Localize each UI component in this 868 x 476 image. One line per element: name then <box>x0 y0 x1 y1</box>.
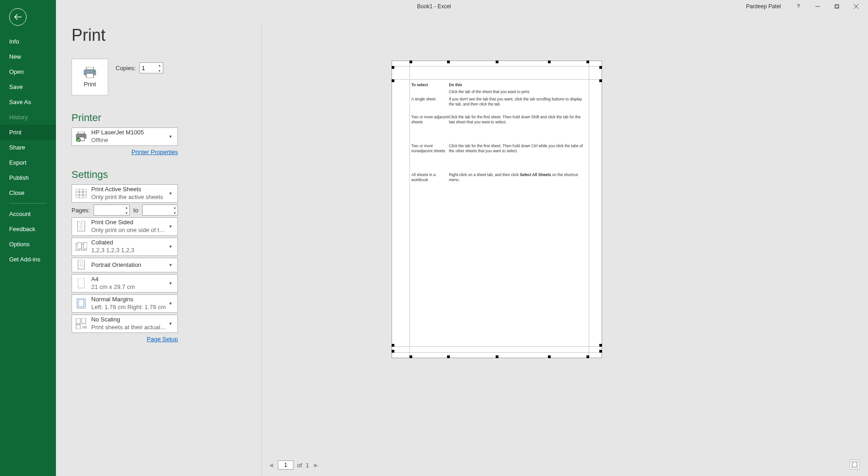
margin-handle[interactable] <box>409 355 412 358</box>
sidebar-item-publish[interactable]: Publish <box>0 170 56 185</box>
portrait-icon <box>75 259 88 271</box>
back-button[interactable] <box>9 8 27 26</box>
margins-dropdown[interactable]: Normal MarginsLeft: 1.78 cm Right: 1.78 … <box>72 294 178 313</box>
svg-text:100: 100 <box>82 326 87 329</box>
printer-icon <box>83 67 97 78</box>
copies-input[interactable] <box>140 65 156 72</box>
sidebar-item-info[interactable]: Info <box>0 34 56 49</box>
titlebar: Book1 - Excel Pardeep Patel ? <box>0 0 868 13</box>
sidebar-item-open[interactable]: Open <box>0 64 56 79</box>
sidebar-item-export[interactable]: Export <box>0 155 56 170</box>
print-what-dropdown[interactable]: Print Active SheetsOnly print the active… <box>72 184 178 203</box>
margin-handle[interactable] <box>586 355 589 358</box>
margin-handle[interactable] <box>392 66 394 69</box>
main-area: Print Print Copies: ▲▼ P <box>56 13 868 476</box>
svg-rect-14 <box>76 189 87 198</box>
page-navigator: ◀ of 1 ▶ <box>268 460 319 470</box>
svg-rect-27 <box>83 243 87 249</box>
sidebar-item-save[interactable]: Save <box>0 79 56 94</box>
scaling-dropdown[interactable]: 100 No ScalingPrint sheets at their actu… <box>72 315 178 333</box>
sidebar-item-feedback[interactable]: Feedback <box>0 221 56 237</box>
sidebar-item-get-addins[interactable]: Get Add-ins <box>0 252 56 267</box>
pages-from-input[interactable] <box>94 207 124 214</box>
paper-size-dropdown[interactable]: A421 cm x 29.7 cm ▼ <box>72 274 178 293</box>
margin-handle[interactable] <box>599 350 602 353</box>
prev-page-button[interactable]: ◀ <box>268 462 274 468</box>
margin-guide[interactable] <box>392 66 602 66</box>
scaling-icon: 100 <box>75 317 88 330</box>
show-margins-button[interactable] <box>850 459 860 470</box>
page-setup-link[interactable]: Page Setup <box>147 336 178 343</box>
svg-rect-36 <box>82 318 86 324</box>
svg-rect-19 <box>77 221 85 231</box>
chevron-down-icon: ▼ <box>166 321 175 326</box>
copies-spin-up[interactable]: ▲ <box>156 62 163 68</box>
svg-rect-2 <box>835 4 839 8</box>
restore-button[interactable] <box>828 0 846 13</box>
sidebar-item-new[interactable]: New <box>0 49 56 64</box>
minimize-button[interactable] <box>808 0 827 13</box>
margin-handle[interactable] <box>586 61 589 63</box>
svg-rect-25 <box>77 243 82 249</box>
margin-handle[interactable] <box>447 355 450 358</box>
margin-handle[interactable] <box>496 355 498 358</box>
sidebar-item-print[interactable]: Print <box>0 125 56 140</box>
margin-handle[interactable] <box>548 355 551 358</box>
sheets-icon <box>75 187 88 200</box>
pages-to-input[interactable] <box>143 207 172 214</box>
sides-dropdown[interactable]: Print One SidedOnly print on one side of… <box>72 217 178 236</box>
margin-handle[interactable] <box>599 344 602 347</box>
sidebar-item-save-as[interactable]: Save As <box>0 94 56 110</box>
copies-spin-down[interactable]: ▼ <box>156 68 163 73</box>
margins-toggle-icon <box>851 461 858 468</box>
svg-rect-10 <box>78 132 84 134</box>
sidebar-item-account[interactable]: Account <box>0 206 56 221</box>
margin-guide[interactable] <box>392 79 602 80</box>
current-page-input[interactable] <box>278 460 293 470</box>
next-page-button[interactable]: ▶ <box>313 462 319 468</box>
chevron-down-icon: ▼ <box>166 244 175 249</box>
margin-handle[interactable] <box>599 79 602 82</box>
help-button[interactable]: ? <box>789 0 807 13</box>
chevron-down-icon: ▼ <box>166 191 175 196</box>
print-button-label: Print <box>84 81 96 88</box>
svg-point-9 <box>94 71 94 72</box>
margin-handle[interactable] <box>447 61 450 63</box>
pages-to-spinbox[interactable]: ▲▼ <box>142 205 178 216</box>
printer-dropdown[interactable]: HP LaserJet M1005 Offline ▼ <box>72 127 178 146</box>
pages-from-spinbox[interactable]: ▲▼ <box>94 205 129 216</box>
svg-rect-32 <box>78 278 84 288</box>
margin-guide[interactable] <box>409 61 410 358</box>
margin-handle[interactable] <box>496 61 498 63</box>
user-name: Pardeep Patel <box>746 3 781 10</box>
chevron-down-icon: ▼ <box>166 263 175 267</box>
sidebar-item-options[interactable]: Options <box>0 237 56 252</box>
margin-handle[interactable] <box>392 344 394 347</box>
margin-handle[interactable] <box>548 61 551 63</box>
print-button[interactable]: Print <box>72 59 108 95</box>
sidebar-item-history: History <box>0 110 56 125</box>
margin-handle[interactable] <box>392 79 394 82</box>
printer-properties-link[interactable]: Printer Properties <box>132 149 178 155</box>
total-pages: 1 <box>306 462 309 469</box>
margin-guide[interactable] <box>392 346 602 347</box>
pages-label: Pages: <box>72 207 90 214</box>
close-button[interactable] <box>847 0 865 13</box>
sidebar-item-share[interactable]: Share <box>0 140 56 155</box>
margin-handle[interactable] <box>392 350 394 353</box>
print-preview: To selectDo this Click the tab of the sh… <box>392 61 602 358</box>
one-sided-icon <box>75 220 88 233</box>
margin-guide[interactable] <box>392 352 602 353</box>
margin-handle[interactable] <box>409 61 412 63</box>
arrow-left-icon <box>14 14 22 20</box>
copies-spinbox[interactable]: ▲▼ <box>139 62 163 73</box>
sidebar-item-close[interactable]: Close <box>0 185 56 200</box>
collate-dropdown[interactable]: Collated1,2,3 1,2,3 1,2,3 ▼ <box>72 238 178 256</box>
of-label: of <box>297 462 302 469</box>
collate-icon <box>75 240 88 253</box>
margin-handle[interactable] <box>599 66 602 69</box>
margin-guide[interactable] <box>589 61 589 358</box>
orientation-dropdown[interactable]: Portrait Orientation ▼ <box>72 258 178 272</box>
chevron-down-icon: ▼ <box>166 281 175 286</box>
backstage-sidebar: Info New Open Save Save As History Print… <box>0 0 56 476</box>
